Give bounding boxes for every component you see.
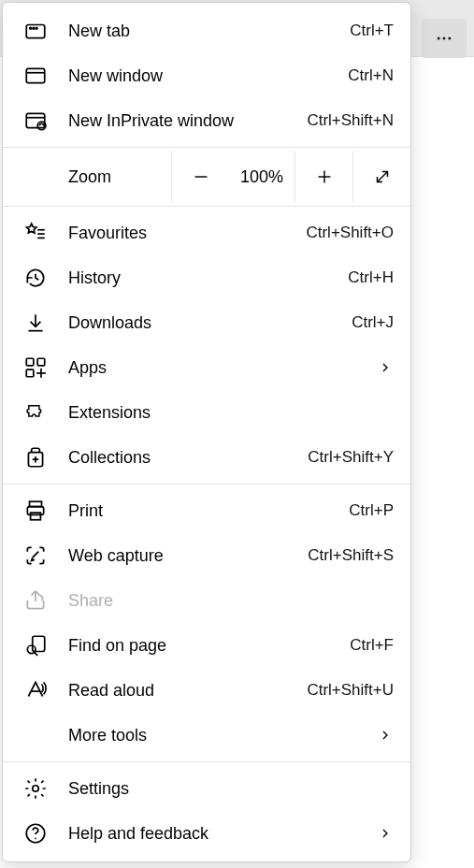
menu-item-downloads[interactable]: DownloadsCtrl+J xyxy=(3,300,410,345)
menu-item-label: More tools xyxy=(68,726,377,745)
settings-and-more-menu: New tabCtrl+TNew windowCtrl+NNew InPriva… xyxy=(2,2,411,862)
menu-item-web-capture[interactable]: Web captureCtrl+Shift+S xyxy=(3,533,410,578)
menu-item-new-inprivate[interactable]: New InPrivate windowCtrl+Shift+N xyxy=(3,98,410,143)
history-icon xyxy=(23,266,48,290)
fullscreen-button[interactable] xyxy=(352,152,410,202)
menu-item-shortcut: Ctrl+Shift+Y xyxy=(308,448,394,467)
svg-point-2 xyxy=(448,37,451,40)
svg-rect-3 xyxy=(26,25,45,38)
menu-item-help[interactable]: Help and feedback xyxy=(3,811,410,856)
menu-item-label: Read aloud xyxy=(68,681,307,701)
svg-point-6 xyxy=(36,27,37,29)
menu-item-label: New window xyxy=(68,66,348,86)
chevron-right-icon xyxy=(377,727,394,744)
menu-item-extensions[interactable]: Extensions xyxy=(3,390,410,435)
chevron-right-icon xyxy=(377,359,394,376)
menu-item-favourites[interactable]: FavouritesCtrl+Shift+O xyxy=(3,210,410,255)
menu-item-shortcut: Ctrl+Shift+S xyxy=(308,546,394,565)
menu-item-shortcut: Ctrl+P xyxy=(349,501,394,520)
printer-icon xyxy=(23,499,48,523)
menu-item-shortcut: Ctrl+N xyxy=(348,66,394,85)
svg-rect-7 xyxy=(26,68,45,82)
chevron-right-icon xyxy=(377,825,394,842)
svg-point-4 xyxy=(30,27,32,29)
menu-item-find[interactable]: Find on pageCtrl+F xyxy=(3,623,410,668)
menu-item-label: Extensions xyxy=(68,403,394,423)
inprivate-icon xyxy=(23,108,48,133)
download-icon xyxy=(23,311,48,335)
svg-rect-21 xyxy=(26,358,34,366)
menu-item-label: Share xyxy=(68,591,394,611)
menu-item-label: Favourites xyxy=(68,224,306,243)
svg-point-36 xyxy=(33,786,39,792)
menu-item-shortcut: Ctrl+H xyxy=(348,268,394,287)
svg-point-1 xyxy=(443,37,446,40)
svg-point-5 xyxy=(33,27,35,29)
more-button[interactable] xyxy=(422,19,467,58)
menu-item-shortcut: Ctrl+T xyxy=(350,22,394,40)
gear-icon xyxy=(23,776,48,801)
svg-rect-22 xyxy=(37,358,45,366)
menu-item-label: Collections xyxy=(68,448,308,468)
menu-item-label: Apps xyxy=(68,358,377,378)
menu-item-label: Print xyxy=(68,501,349,521)
read-aloud-icon xyxy=(23,678,48,702)
window-icon xyxy=(23,64,48,88)
menu-item-more-tools[interactable]: More tools xyxy=(3,713,410,758)
menu-item-shortcut: Ctrl+Shift+N xyxy=(307,111,394,130)
menu-item-read-aloud[interactable]: Read aloudCtrl+Shift+U xyxy=(3,668,410,713)
star-list-icon xyxy=(23,221,48,245)
menu-item-collections[interactable]: CollectionsCtrl+Shift+Y xyxy=(3,435,410,480)
menu-item-history[interactable]: HistoryCtrl+H xyxy=(3,255,410,300)
menu-item-new-window[interactable]: New windowCtrl+N xyxy=(3,53,410,98)
menu-item-shortcut: Ctrl+Shift+U xyxy=(307,681,394,700)
zoom-in-button[interactable] xyxy=(294,152,352,202)
menu-item-shortcut: Ctrl+F xyxy=(350,636,394,655)
menu-item-share: Share xyxy=(3,578,410,623)
zoom-controls: Zoom100% xyxy=(3,152,410,202)
zoom-label: Zoom xyxy=(23,152,171,202)
svg-rect-23 xyxy=(26,369,34,377)
tab-icon xyxy=(23,19,48,43)
menu-item-label: History xyxy=(68,268,348,288)
menu-item-label: Find on page xyxy=(68,636,350,656)
menu-item-label: Downloads xyxy=(68,313,352,333)
svg-rect-32 xyxy=(33,636,45,651)
capture-icon xyxy=(23,543,48,568)
puzzle-icon xyxy=(23,400,48,425)
menu-item-label: Settings xyxy=(68,779,394,799)
menu-item-label: New InPrivate window xyxy=(68,111,307,131)
zoom-out-button[interactable] xyxy=(171,152,229,202)
svg-line-34 xyxy=(35,653,37,656)
help-icon xyxy=(23,821,48,846)
svg-line-15 xyxy=(377,172,387,182)
apps-icon xyxy=(23,355,48,380)
menu-item-label: Help and feedback xyxy=(68,824,377,844)
menu-item-shortcut: Ctrl+J xyxy=(352,313,394,332)
svg-rect-31 xyxy=(31,513,41,520)
find-icon xyxy=(23,633,48,658)
menu-item-print[interactable]: PrintCtrl+P xyxy=(3,488,410,533)
svg-point-38 xyxy=(35,838,36,840)
svg-point-0 xyxy=(438,37,440,40)
svg-rect-9 xyxy=(26,113,45,127)
menu-item-new-tab[interactable]: New tabCtrl+T xyxy=(3,8,410,53)
menu-item-settings[interactable]: Settings xyxy=(3,766,410,811)
share-icon xyxy=(23,588,48,613)
menu-item-apps[interactable]: Apps xyxy=(3,345,410,390)
menu-item-shortcut: Ctrl+Shift+O xyxy=(306,224,394,242)
menu-item-label: New tab xyxy=(68,22,350,41)
collections-icon xyxy=(23,445,48,470)
svg-point-33 xyxy=(27,645,36,654)
menu-item-label: Web capture xyxy=(68,546,308,566)
zoom-value: 100% xyxy=(229,152,294,202)
